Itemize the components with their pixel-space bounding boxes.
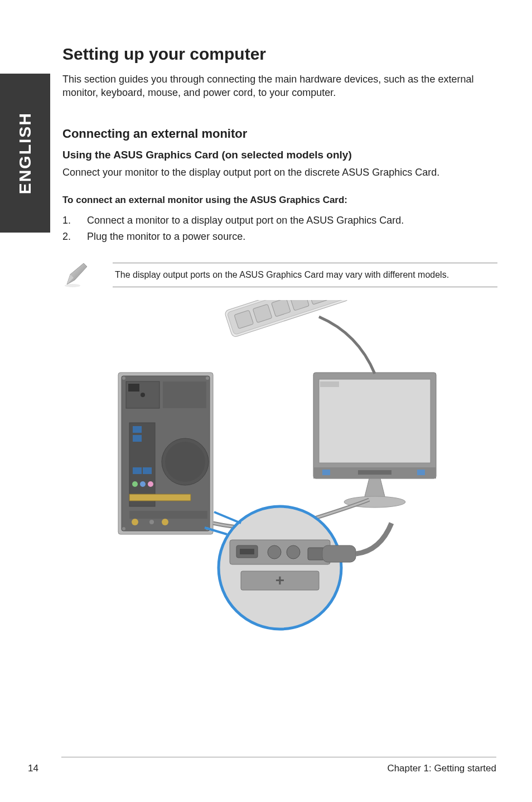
- pencil-note-icon: [62, 261, 90, 289]
- svg-rect-41: [320, 381, 339, 387]
- svg-rect-17: [133, 435, 142, 442]
- page-title: Setting up your computer: [62, 45, 497, 64]
- intro-paragraph: This section guides you through connecti…: [62, 73, 497, 100]
- connection-diagram: +: [62, 300, 497, 635]
- svg-point-29: [162, 519, 168, 525]
- svg-point-20: [132, 481, 138, 487]
- svg-point-12: [141, 393, 145, 397]
- svg-point-32: [122, 527, 125, 530]
- subsection-heading: Using the ASUS Graphics Card (on selecte…: [62, 149, 497, 161]
- svg-rect-37: [322, 470, 330, 475]
- svg-text:+: +: [275, 572, 284, 589]
- svg-rect-45: [240, 549, 254, 554]
- svg-line-53: [214, 512, 241, 523]
- svg-rect-14: [163, 381, 206, 408]
- svg-rect-19: [143, 467, 152, 474]
- svg-rect-25: [129, 494, 191, 501]
- svg-rect-38: [417, 470, 425, 475]
- step-item: 1. Connect a monitor to a display output…: [62, 212, 497, 229]
- note-callout: The display output ports on the ASUS Gra…: [62, 261, 497, 289]
- section-heading: Connecting an external monitor: [62, 127, 497, 141]
- svg-rect-39: [358, 470, 391, 475]
- svg-point-21: [140, 481, 146, 487]
- note-body: The display output ports on the ASUS Gra…: [113, 263, 497, 287]
- step-text: Connect a monitor to a display output po…: [87, 212, 404, 229]
- svg-point-27: [132, 519, 138, 525]
- step-number: 1.: [62, 212, 87, 229]
- page-footer: 14 Chapter 1: Getting started: [28, 757, 496, 774]
- steps-list: 1. Connect a monitor to a display output…: [62, 212, 497, 245]
- chapter-label: Chapter 1: Getting started: [387, 763, 496, 774]
- language-side-tab: ENGLISH: [0, 74, 50, 233]
- step-number: 2.: [62, 229, 87, 245]
- svg-rect-26: [129, 511, 207, 519]
- svg-point-0: [65, 284, 80, 287]
- svg-rect-49: [322, 545, 356, 562]
- step-text: Plug the monitor to a power source.: [87, 229, 245, 245]
- svg-point-47: [287, 545, 300, 559]
- svg-point-42: [219, 506, 341, 629]
- svg-point-30: [122, 376, 125, 380]
- step-item: 2. Plug the monitor to a power source.: [62, 229, 497, 245]
- svg-rect-35: [319, 379, 431, 463]
- language-label: ENGLISH: [16, 112, 35, 194]
- footer-divider: [61, 757, 496, 757]
- subsection-intro: Connect your monitor to the display outp…: [62, 166, 497, 179]
- divider: [113, 287, 497, 287]
- svg-point-31: [206, 376, 209, 380]
- page-number: 14: [28, 763, 38, 774]
- procedure-title: To connect an external monitor using the…: [62, 195, 497, 206]
- svg-rect-13: [128, 384, 139, 392]
- svg-point-24: [165, 442, 205, 482]
- note-text: The display output ports on the ASUS Gra…: [113, 263, 497, 287]
- svg-rect-16: [133, 426, 142, 433]
- svg-rect-18: [133, 467, 142, 474]
- svg-point-28: [149, 520, 154, 524]
- page-content: Setting up your computer This section gu…: [62, 45, 497, 635]
- svg-point-22: [148, 481, 153, 487]
- svg-point-46: [268, 545, 281, 559]
